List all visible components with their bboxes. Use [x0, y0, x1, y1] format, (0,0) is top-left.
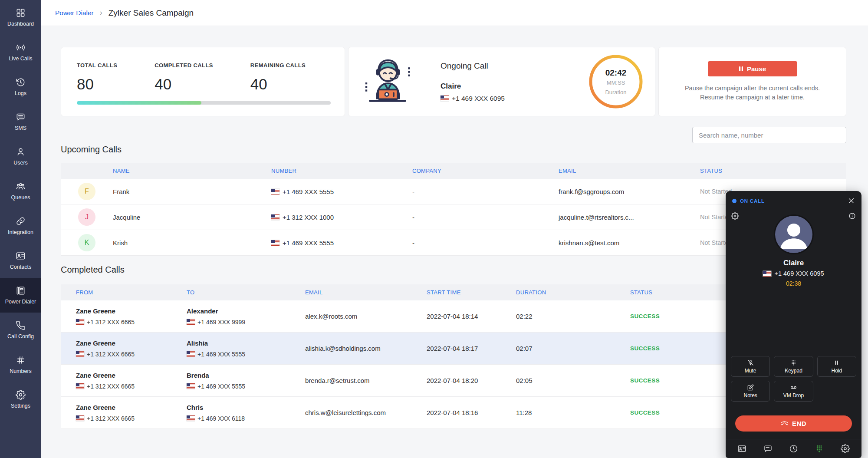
- sidebar-item-numbers[interactable]: Numbers: [0, 347, 41, 382]
- sidebar-item-label: Queues: [11, 194, 30, 201]
- clock-icon[interactable]: [789, 444, 798, 453]
- to-party: Alishia +1 469 XXX 5555: [187, 339, 305, 358]
- breadcrumb: Power Dialer › Zylker Sales Campaign: [55, 8, 194, 18]
- caller-name: Claire: [726, 259, 861, 267]
- caller-number: +1 469 XXX 6095: [774, 270, 824, 277]
- sidebar-item-live-calls[interactable]: Live Calls: [0, 35, 41, 69]
- to-number: +1 469 XXX 6118: [187, 415, 305, 422]
- pause-campaign-card: Pause Pause the campaign after the curre…: [658, 47, 846, 116]
- user-icon: [16, 147, 26, 157]
- phone-down-icon: [781, 420, 788, 427]
- ongoing-call-title: Ongoing Call: [441, 61, 505, 71]
- call-start-time: 2022-07-04 18:14: [427, 313, 516, 320]
- ongoing-call-name: Claire: [441, 82, 505, 91]
- pause-button[interactable]: Pause: [708, 61, 797, 76]
- agent-illustration: [361, 57, 415, 106]
- us-flag-icon: [763, 271, 771, 277]
- us-flag-icon: [187, 319, 195, 325]
- history-icon: [16, 77, 26, 87]
- sidebar-item-settings[interactable]: Settings: [0, 382, 41, 417]
- widget-toolbar: [726, 439, 861, 458]
- call-controls: Mute Keypad Hold Notes VM Drop: [731, 356, 856, 402]
- us-flag-icon: [271, 189, 279, 194]
- search-input[interactable]: [692, 127, 846, 143]
- widget-settings-icon[interactable]: [731, 212, 739, 220]
- call-duration-ring: 02:42 MM:SS Duration: [588, 54, 644, 109]
- campaign-progress-fill: [77, 101, 201, 105]
- to-number: +1 469 XXX 9999: [187, 319, 305, 326]
- notes-button[interactable]: Notes: [731, 381, 770, 402]
- stat-remaining-calls: REMAINING CALLS 40: [250, 62, 306, 93]
- sidebar-item-label: Logs: [15, 90, 26, 96]
- keypad-label: Keypad: [785, 368, 802, 374]
- column-header-duration: DURATION: [516, 289, 630, 296]
- summary-cards-row: TOTAL CALLS 80 COMPLETED CALLS 40 REMAIN…: [61, 47, 846, 116]
- end-call-button[interactable]: END: [735, 415, 852, 432]
- stat-completed-calls: COMPLETED CALLS 40: [155, 62, 213, 93]
- contact-card-icon[interactable]: [737, 444, 746, 453]
- caller-avatar: [775, 216, 812, 253]
- us-flag-icon: [187, 415, 195, 421]
- chat-icon[interactable]: [763, 444, 773, 453]
- chevron-right-icon: ›: [100, 8, 102, 17]
- stat-value: 80: [77, 76, 117, 93]
- completed-calls-title: Completed Calls: [61, 265, 125, 275]
- from-name: Zane Greene: [76, 339, 187, 347]
- us-flag-icon: [441, 96, 449, 101]
- sidebar-item-users[interactable]: Users: [0, 139, 41, 174]
- sidebar-item-label: Power Dialer: [5, 299, 36, 305]
- pause-description-line2: Resume the campaign at a later time.: [685, 93, 820, 102]
- gear-icon[interactable]: [841, 444, 850, 453]
- to-name: Chris: [187, 404, 305, 411]
- phone-icon: [16, 320, 26, 330]
- end-call-label: END: [792, 420, 806, 427]
- to-party: Alexander +1 469 XXX 9999: [187, 307, 305, 326]
- from-number: +1 312 XXX 6665: [76, 383, 187, 390]
- dialpad-icon[interactable]: [815, 444, 824, 453]
- us-flag-icon: [271, 214, 279, 220]
- pause-description-line1: Pause the campaign after the current cal…: [685, 84, 820, 93]
- campaign-stats-card: TOTAL CALLS 80 COMPLETED CALLS 40 REMAIN…: [61, 47, 345, 116]
- column-header-number: NUMBER: [271, 168, 412, 174]
- sidebar-item-logs[interactable]: Logs: [0, 69, 41, 104]
- breadcrumb-parent-link[interactable]: Power Dialer: [55, 9, 94, 17]
- contact-name: Krish: [113, 239, 271, 247]
- sidebar-item-label: Dashboard: [7, 21, 34, 27]
- sidebar-item-sms[interactable]: SMS: [0, 104, 41, 139]
- close-icon[interactable]: [848, 197, 855, 204]
- from-name: Zane Greene: [76, 404, 187, 411]
- info-icon[interactable]: [848, 212, 856, 220]
- sidebar-item-label: Numbers: [10, 368, 32, 374]
- call-duration: 02:07: [516, 345, 630, 352]
- to-number: +1 469 XXX 5555: [187, 351, 305, 358]
- pause-description: Pause the campaign after the current cal…: [685, 84, 820, 102]
- sidebar-item-label: SMS: [15, 125, 26, 131]
- us-flag-icon: [271, 240, 279, 246]
- live-calls-icon: [16, 43, 26, 53]
- sidebar-item-label: Integration: [8, 229, 33, 235]
- sidebar-item-label: Settings: [11, 403, 30, 409]
- sidebar-item-dashboard[interactable]: Dashboard: [0, 0, 41, 35]
- mute-button[interactable]: Mute: [731, 356, 770, 377]
- sidebar-item-call-config[interactable]: Call Config: [0, 313, 41, 347]
- sidebar-item-queues[interactable]: Queues: [0, 174, 41, 208]
- hold-button[interactable]: Hold: [817, 356, 856, 377]
- pause-button-label: Pause: [747, 65, 766, 72]
- sidebar-item-contacts[interactable]: Contacts: [0, 243, 41, 278]
- to-party: Brenda +1 469 XXX 5555: [187, 372, 305, 390]
- keypad-button[interactable]: Keypad: [774, 356, 813, 377]
- hash-icon: [16, 355, 26, 365]
- sidebar-item-power-dialer[interactable]: Power Dialer: [0, 278, 41, 313]
- notes-label: Notes: [743, 392, 757, 399]
- ongoing-call-card: Ongoing Call Claire +1 469 XXX 6095: [348, 47, 655, 116]
- from-party: Zane Greene +1 312 XXX 6665: [61, 372, 187, 390]
- hold-icon: [833, 359, 840, 366]
- call-email: brenda.r@setrust.com: [305, 377, 427, 384]
- from-name: Zane Greene: [76, 307, 187, 315]
- stat-label: REMAINING CALLS: [250, 62, 306, 69]
- sidebar-item-integration[interactable]: Integration: [0, 208, 41, 243]
- avatar: F: [78, 183, 95, 200]
- call-start-time: 2022-07-04 18:17: [427, 345, 516, 352]
- vm-drop-button[interactable]: VM Drop: [774, 381, 813, 402]
- call-elapsed-time: 02:38: [726, 280, 861, 287]
